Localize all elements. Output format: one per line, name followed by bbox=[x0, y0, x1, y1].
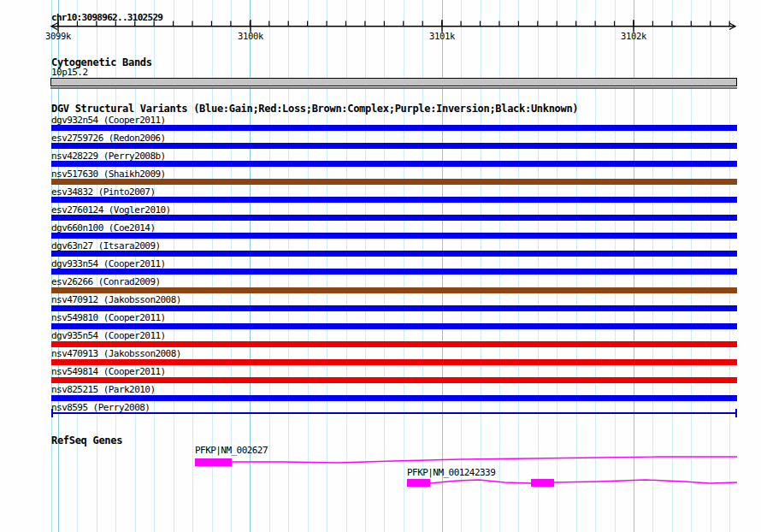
variant-bar[interactable] bbox=[51, 269, 737, 275]
variant-label: nsv428229 (Perry2008b) bbox=[51, 151, 166, 162]
refseq-genes-heading: RefSeq Genes bbox=[51, 434, 122, 446]
variant-bar[interactable] bbox=[51, 287, 737, 293]
variant-label: dgv660n100 (Coe2014) bbox=[51, 223, 155, 233]
cytoband-baseline bbox=[50, 87, 737, 89]
variant-bar[interactable] bbox=[51, 341, 737, 347]
variant-bar[interactable] bbox=[51, 251, 737, 257]
variant-label: nsv825215 (Park2010) bbox=[51, 385, 155, 395]
genome-browser-panel: chr10:3098962..3102529 3099k3100k3101k31… bbox=[0, 0, 761, 532]
variant-bar[interactable] bbox=[51, 215, 737, 221]
variant-bar[interactable] bbox=[51, 233, 737, 239]
variant-label: nsv549810 (Cooper2011) bbox=[51, 313, 166, 323]
dgv-heading: DGV Structural Variants (Blue:Gain;Red:L… bbox=[51, 103, 578, 115]
variant-label: dgv63n27 (Itsara2009) bbox=[51, 241, 161, 251]
variant-bar[interactable] bbox=[51, 179, 737, 185]
variant-label: nsv8595 (Perry2008) bbox=[51, 403, 150, 413]
variant-bar[interactable] bbox=[51, 305, 737, 311]
variant-bar[interactable] bbox=[51, 125, 737, 131]
variant-label: nsv517630 (Shaikh2009) bbox=[51, 169, 166, 180]
ruler-left-arrow-icon bbox=[51, 23, 57, 30]
cytoband-glyph[interactable] bbox=[50, 78, 737, 86]
region-coordinates: chr10:3098962..3102529 bbox=[51, 12, 162, 23]
variant-label: esv2759726 (Redon2006) bbox=[51, 133, 166, 144]
variant-bar[interactable] bbox=[51, 395, 737, 401]
variant-segment-line[interactable] bbox=[51, 412, 737, 414]
ruler-tick-label: 3100k bbox=[233, 31, 268, 41]
cytoband-label: 10p15.2 bbox=[51, 68, 88, 78]
variant-label: dgv932n54 (Cooper2011) bbox=[51, 115, 166, 126]
variant-label: esv26266 (Conrad2009) bbox=[51, 277, 161, 287]
ruler-tick-label: 3102k bbox=[616, 31, 651, 41]
ruler-tick-label: 3101k bbox=[425, 31, 459, 41]
variant-label: nsv470912 (Jakobsson2008) bbox=[51, 295, 181, 305]
gene-exon[interactable] bbox=[531, 479, 554, 487]
variant-label: dgv935n54 (Cooper2011) bbox=[51, 331, 166, 341]
variant-bar[interactable] bbox=[51, 197, 737, 203]
gene-label[interactable]: PFKP|NM_001242339 bbox=[407, 468, 495, 478]
variant-label: dgv933n54 (Cooper2011) bbox=[51, 259, 166, 269]
variant-label: nsv549814 (Cooper2011) bbox=[51, 367, 166, 377]
gene-label[interactable]: PFKP|NM_002627 bbox=[195, 446, 268, 456]
variant-bar[interactable] bbox=[51, 323, 737, 329]
variant-label: esv34832 (Pinto2007) bbox=[51, 187, 155, 198]
variant-label: nsv470913 (Jakobsson2008) bbox=[51, 349, 181, 359]
variant-bar[interactable] bbox=[51, 161, 737, 167]
variant-label: esv2760124 (Vogler2010) bbox=[51, 205, 171, 216]
ruler-tick-label: 3099k bbox=[41, 31, 75, 41]
variant-bar[interactable] bbox=[51, 377, 737, 383]
gene-exon[interactable] bbox=[195, 458, 232, 466]
variant-bar[interactable] bbox=[51, 143, 737, 149]
variant-bar[interactable] bbox=[51, 359, 737, 365]
gene-exon[interactable] bbox=[407, 479, 430, 487]
variant-segment-endtick bbox=[735, 409, 737, 417]
